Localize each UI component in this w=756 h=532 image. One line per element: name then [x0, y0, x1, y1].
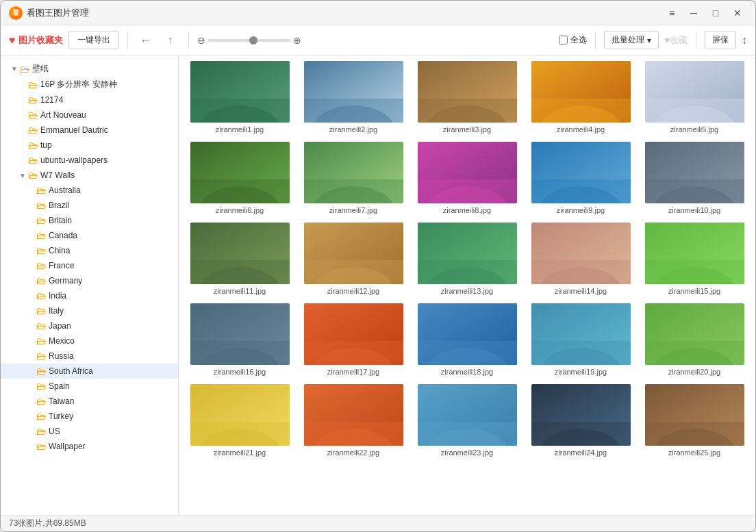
image-item[interactable]: ziranmeili20.jpg: [642, 303, 747, 376]
image-item[interactable]: ziranmeili24.jpg: [528, 384, 633, 457]
svg-rect-56: [531, 341, 631, 365]
screen-button[interactable]: 屏保: [705, 31, 736, 49]
image-item[interactable]: ziranmeili22.jpg: [301, 384, 406, 457]
sort-button[interactable]: ↕: [742, 34, 747, 47]
folder-icon: 🗁: [36, 215, 46, 226]
tree-item-label: France: [49, 261, 74, 270]
image-item[interactable]: ziranmeili14.jpg: [528, 223, 633, 295]
image-item[interactable]: ziranmeili21.jpg: [187, 384, 292, 457]
sidebar-item-south-africa[interactable]: 🗁 South Africa: [1, 364, 178, 379]
app-title: 看图王图片管理: [27, 7, 662, 19]
image-item[interactable]: ziranmeili23.jpg: [414, 384, 520, 457]
select-all-checkbox[interactable]: [559, 36, 568, 45]
menu-button[interactable]: ≡: [662, 5, 681, 21]
tree-item-label: US: [49, 427, 60, 436]
image-item[interactable]: ziranmeili3.jpg: [414, 61, 520, 134]
status-bar: 73张图片,共69.85MB: [1, 515, 755, 531]
image-item[interactable]: ziranmeili25.jpg: [642, 384, 747, 457]
image-name: ziranmeili4.jpg: [557, 125, 605, 134]
tree-item-label: tup: [40, 140, 52, 150]
minimize-button[interactable]: ─: [684, 5, 703, 21]
image-item[interactable]: ziranmeili18.jpg: [414, 303, 520, 376]
tree-item-label: ubuntu-wallpapers: [40, 155, 108, 165]
image-item[interactable]: ziranmeili8.jpg: [414, 142, 520, 214]
tree-item-label: Mexico: [49, 336, 75, 346]
tree-item-label: Italy: [49, 306, 64, 316]
image-thumbnail: [304, 223, 403, 284]
sidebar-item-britain[interactable]: 🗁 Britain: [1, 213, 178, 228]
collect-button[interactable]: ♥收藏: [664, 34, 688, 47]
sidebar-item-ubuntu[interactable]: 🗁 ubuntu-wallpapers: [1, 153, 178, 168]
image-name: ziranmeili11.jpg: [214, 287, 266, 295]
sidebar-item-wallpaper-root[interactable]: ▼ 🗁 壁纸: [1, 61, 178, 77]
sidebar-item-mexico[interactable]: 🗁 Mexico: [1, 333, 178, 349]
zoom-slider[interactable]: [208, 39, 290, 42]
image-item[interactable]: ziranmeili7.jpg: [301, 142, 406, 214]
sidebar-item-italy[interactable]: 🗁 Italy: [1, 303, 178, 318]
svg-rect-41: [531, 260, 631, 284]
image-thumbnail: [531, 303, 631, 365]
image-item[interactable]: ziranmeili2.jpg: [301, 61, 406, 134]
sidebar-item-france[interactable]: 🗁 France: [1, 258, 178, 273]
image-item[interactable]: ziranmeili12.jpg: [301, 223, 406, 295]
sidebar-item-china[interactable]: 🗁 China: [1, 243, 178, 258]
sidebar-item-spain[interactable]: 🗁 Spain: [1, 379, 178, 394]
maximize-button[interactable]: □: [706, 5, 725, 21]
tree-item-label: China: [49, 246, 70, 255]
image-item[interactable]: ziranmeili15.jpg: [642, 223, 747, 295]
image-item[interactable]: ziranmeili1.jpg: [187, 61, 292, 134]
image-item[interactable]: ziranmeili4.jpg: [528, 61, 633, 134]
sidebar-item-japan[interactable]: 🗁 Japan: [1, 318, 178, 333]
close-button[interactable]: ✕: [728, 5, 747, 21]
image-item[interactable]: ziranmeili5.jpg: [642, 61, 747, 134]
fav-label: 图片收藏夹: [18, 34, 63, 47]
back-button[interactable]: ←: [136, 31, 155, 50]
up-button[interactable]: ↑: [161, 31, 180, 50]
zoom-thumb: [249, 36, 257, 45]
export-button[interactable]: 一键导出: [68, 31, 119, 49]
sidebar-item-canada[interactable]: 🗁 Canada: [1, 228, 178, 243]
sidebar-item-turkey[interactable]: 🗁 Turkey: [1, 409, 178, 424]
svg-rect-5: [304, 99, 403, 123]
sidebar-item-russia[interactable]: 🗁 Russia: [1, 349, 178, 364]
folder-icon: 🗁: [36, 441, 46, 452]
sidebar-item-taiwan[interactable]: 🗁 Taiwan: [1, 394, 178, 409]
image-name: ziranmeili8.jpg: [443, 206, 491, 214]
image-item[interactable]: ziranmeili17.jpg: [301, 303, 406, 376]
sidebar-item-12174[interactable]: 🗁 12174: [1, 92, 178, 107]
folder-icon: 🗁: [20, 64, 29, 75]
svg-rect-2: [190, 99, 290, 123]
tree-item-label: Germany: [49, 276, 82, 286]
sidebar-item-india[interactable]: 🗁 India: [1, 288, 178, 303]
image-name: ziranmeili3.jpg: [443, 125, 491, 134]
sidebar-item-australia[interactable]: 🗁 Australia: [1, 183, 178, 198]
sidebar-item-brazil[interactable]: 🗁 Brazil: [1, 198, 178, 213]
sidebar-item-emmanuel[interactable]: 🗁 Emmanuel Dautric: [1, 123, 178, 138]
image-name: ziranmeili21.jpg: [214, 448, 266, 457]
image-item[interactable]: ziranmeili16.jpg: [187, 303, 292, 376]
sidebar-item-16p[interactable]: 🗁 16P 多分辨率 安静种: [1, 77, 178, 92]
sidebar-item-tup[interactable]: 🗁 tup: [1, 138, 178, 153]
tree-item-label: Spain: [49, 381, 70, 391]
sidebar-item-art-nouveau[interactable]: 🗁 Art Nouveau: [1, 107, 178, 123]
image-item[interactable]: ziranmeili6.jpg: [187, 142, 292, 214]
image-item[interactable]: ziranmeili11.jpg: [187, 223, 292, 295]
folder-icon: 🗁: [36, 185, 46, 196]
image-item[interactable]: ziranmeili10.jpg: [642, 142, 747, 214]
sidebar-item-germany[interactable]: 🗁 Germany: [1, 273, 178, 288]
tree-item-label: Canada: [49, 231, 77, 240]
batch-button[interactable]: 批量处理 ▾: [604, 31, 659, 49]
sidebar-item-w7walls[interactable]: ▼ 🗁 W7 Walls: [1, 168, 178, 183]
image-item[interactable]: ziranmeili19.jpg: [528, 303, 633, 376]
sidebar-item-us[interactable]: 🗁 US: [1, 424, 178, 439]
svg-rect-26: [531, 179, 631, 203]
image-item[interactable]: ziranmeili13.jpg: [414, 223, 520, 295]
image-item[interactable]: ziranmeili9.jpg: [528, 142, 633, 214]
toolbar-right: 全选 批量处理 ▾ ♥收藏 屏保 ↕: [559, 31, 747, 49]
batch-label: 批量处理: [612, 34, 644, 46]
svg-rect-23: [418, 179, 517, 203]
sidebar-item-wallpaper-sub[interactable]: 🗁 Wallpaper: [1, 439, 178, 454]
image-thumbnail: [304, 142, 403, 203]
image-thumbnail: [645, 303, 744, 365]
folder-icon: 🗁: [36, 260, 46, 271]
